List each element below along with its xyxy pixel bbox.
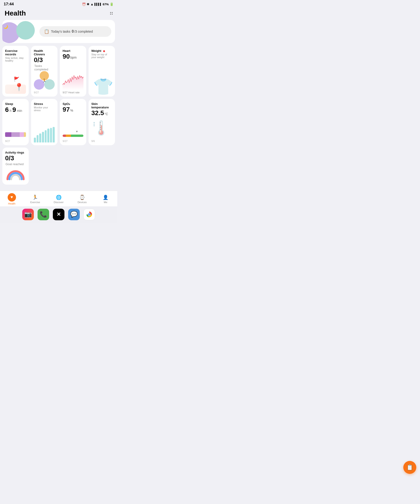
heart-date: 9/27 [63,91,67,94]
signal-icon: ▌▌▌▌ [95,3,102,6]
skin-temp-date: 9/6 [91,138,112,143]
spo2-visual: ▼ [63,113,83,138]
me-nav-icon: 👤 [103,195,109,200]
sleep-minutes: 9 [12,106,16,114]
spo2-orange-zone [66,135,71,137]
nav-exercise[interactable]: 🏃 Exercise [23,195,47,204]
heart-rate-chart [63,72,83,90]
alarm-icon: ⏰ [82,3,86,6]
camera-icon: 📷 [24,211,32,218]
status-time: 17:44 [4,2,14,6]
stress-bar-4 [42,132,44,143]
tasks-icon: 📋 [44,29,49,34]
bottom-cards-row: Sleep 6 h 9 min 9/27 [2,99,115,145]
sleep-title: Sleep [5,102,26,106]
activity-title: Activity rings [5,151,26,154]
spo2-unit: % [70,109,73,112]
sleep-value-row: 6 h 9 min [5,106,26,114]
status-bar: 17:44 ⏰ ✱ ▲ ▌▌▌▌ 67% 🔋 [0,0,117,7]
messages-icon: 💬 [70,211,78,218]
app-header: Health [0,7,117,20]
banner-card[interactable]: 🌙 📋 Today's tasks 0/3 completed [2,20,115,43]
exercise-nav-icon: 🏃 [32,195,38,200]
stress-bar-5 [45,130,47,143]
dock-chrome-icon[interactable] [83,209,95,220]
clovers-date: 9/27 [34,90,55,94]
clovers-value-row: 0/3 Tasks completed [34,56,55,71]
exercise-subtitle: Stay active, stay healthy [5,56,26,62]
skin-temp-card[interactable]: Skin temperature 32.5 °C 🌡️ 9/6 [89,99,115,145]
exercise-title: Exercise records [5,49,26,56]
activity-value-row: 0/3 Goal reached [5,155,26,166]
x-icon: ✕ [57,211,61,217]
devices-nav-label: Devices [78,201,87,204]
more-options-button[interactable] [110,12,113,15]
status-icons: ⏰ ✱ ▲ ▌▌▌▌ 67% 🔋 [82,2,114,6]
battery-icon: 🔋 [110,2,114,6]
sleep-date: 9/27 [5,138,26,143]
shirt-icon: 👕 [93,77,113,96]
svg-point-3 [89,214,90,215]
stress-bar-8 [53,127,55,143]
skin-temp-value-row: 32.5 °C [91,109,112,117]
stress-bar-chart [34,124,55,143]
stress-bar-7 [50,128,52,143]
nav-health[interactable]: ♥ Health [0,193,23,205]
skin-temp-visual: 🌡️ [91,117,112,138]
activity-label: Goal reached [6,162,24,166]
teal-circle [16,21,35,40]
skin-temp-value: 32.5 [91,109,104,117]
spo2-title: SpO₂ [63,102,83,106]
tasks-text: Today's tasks 0/3 completed [51,30,93,34]
health-nav-label: Health [8,202,16,205]
health-clovers-title: Health Clovers [34,49,55,56]
weight-visual: 👕 [91,60,112,94]
runner-icon: 🏃 [42,78,47,83]
spo2-red-zone [63,135,66,137]
flag-icon: 🚩 [14,76,19,82]
stress-bar-3 [39,133,41,143]
tasks-pill[interactable]: 📋 Today's tasks 0/3 completed [39,26,111,37]
heart-value: 90 [63,53,70,60]
health-clovers-card[interactable]: Health Clovers 0/3 Tasks completed 🏃 9/2… [31,46,57,96]
stress-card[interactable]: Stress Monitor your stress [31,99,57,145]
heart-date-label: 9/27 Heart rate [63,91,83,94]
heart-title: Heart [63,49,83,53]
chrome-logo [86,211,92,218]
nav-devices[interactable]: ⌚ Devices [70,195,94,204]
dock-camera-icon[interactable]: 📷 [22,209,34,220]
heart-unit: bpm [70,56,77,59]
stress-bar-2 [37,135,39,143]
stress-subtitle: Monitor your stress [34,106,55,112]
devices-nav-icon: ⌚ [79,195,85,200]
dock-phone-icon[interactable]: 📞 [37,209,49,220]
weight-card[interactable]: Weight Stay on top of your weight 👕 [89,46,115,96]
sleep-deep-bar [5,132,11,137]
phone-icon: 📞 [40,211,47,218]
exercise-card[interactable]: Exercise records Stay active, stay healt… [2,46,29,96]
skin-temp-unit: °C [104,112,108,116]
top-cards-row: Exercise records Stay active, stay healt… [2,46,115,96]
main-content: 🌙 📋 Today's tasks 0/3 completed Exercise… [0,20,117,191]
dock-x-icon[interactable]: ✕ [53,209,64,220]
spo2-date: 9/27 [63,138,83,143]
activity-row: Activity rings 0/3 Goal reached [2,148,115,185]
dock-messages-icon[interactable]: 💬 [68,209,80,220]
health-nav-icon: ♥ [8,193,16,202]
sleep-card[interactable]: Sleep 6 h 9 min 9/27 [2,99,29,145]
clovers-label: Tasks completed [34,64,55,71]
sleep-bar [5,132,26,137]
spo2-bar [63,135,83,137]
spo2-card[interactable]: SpO₂ 97 % ▼ 9/27 [60,99,86,145]
nav-discover[interactable]: 🌐 Discover [47,195,70,204]
dot [112,14,113,15]
heart-card[interactable]: Heart 90 bpm 9/27 [60,46,86,96]
nav-me[interactable]: 👤 Me [94,195,117,204]
stress-bar-1 [34,138,36,143]
activity-value: 0/3 [5,155,14,162]
activity-rings-card[interactable]: Activity rings 0/3 Goal reached [2,148,29,185]
sleep-awake-bar [24,132,26,137]
heart-label: Heart rate [68,91,79,94]
dot [110,12,111,13]
activity-rings-visual [5,168,26,181]
